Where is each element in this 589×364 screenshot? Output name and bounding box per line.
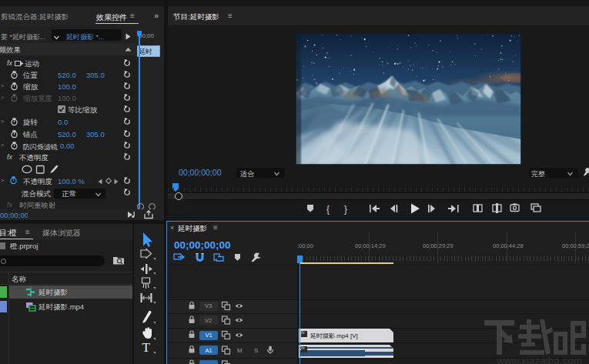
svg-text:}: } — [344, 204, 347, 215]
svg-text:M: M — [237, 347, 243, 354]
svg-text:S: S — [254, 347, 258, 354]
svg-text:{: { — [326, 204, 330, 215]
svg-text:T: T — [142, 340, 151, 355]
